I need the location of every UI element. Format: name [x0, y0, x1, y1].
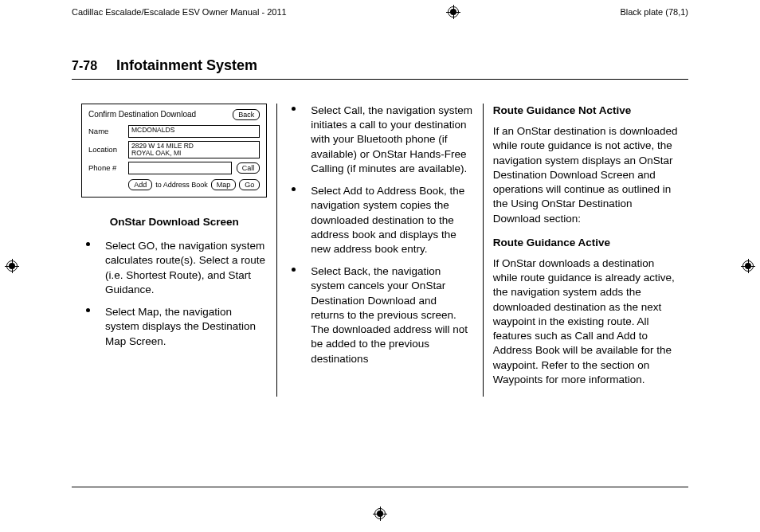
fig-loc-value: 2829 W 14 MILE RD ROYAL OAK, MI [128, 141, 260, 158]
column-3: Route Guidance Not Active If an OnStar d… [483, 104, 688, 397]
col1-bullet-1: Select GO, the navigation system calcula… [81, 239, 267, 297]
bullet-icon [86, 242, 90, 246]
page-number: 7-78 [72, 59, 97, 73]
col2-bullet-1: Select Call, the navigation system initi… [287, 104, 472, 176]
figure-map-button: Map [211, 179, 237, 190]
figure-caption: OnStar Download Screen [81, 215, 267, 229]
crop-mark-bottom [373, 507, 387, 521]
fig-name-value: MCDONALDS [128, 125, 260, 138]
figure-go-button: Go [239, 179, 260, 190]
col2-bullet-3: Select Back, the navigation system cance… [287, 264, 472, 366]
section-title: Infotainment System [116, 57, 257, 74]
fig-name-label: Name [88, 127, 123, 137]
col2-bullet-2: Select Add to Address Book, the navigati… [287, 184, 472, 256]
col2-bullet-2-text: Select Add to Address Book, the navigati… [311, 185, 464, 255]
figure-add-button: Add [128, 179, 152, 190]
footer-rule [72, 487, 688, 487]
col1-bullet-2: Select Map, the navigation system displa… [81, 305, 267, 349]
plate-label: Black plate (78,1) [620, 7, 688, 17]
header-crop-mark [287, 5, 621, 19]
figure-to-ab-text: to Address Book [155, 180, 208, 190]
col1-bullet-2-text: Select Map, the navigation system displa… [105, 306, 256, 346]
onstar-screen-figure: Confirm Destination Download Back Name M… [81, 104, 267, 198]
printer-header: Cadillac Escalade/Escalade ESV Owner Man… [0, 0, 760, 24]
col2-bullet-3-text: Select Back, the navigation system cance… [311, 265, 468, 364]
bullet-icon [292, 187, 296, 191]
crop-mark-left [5, 259, 19, 273]
fig-loc-label: Location [88, 145, 123, 155]
col2-bullets: Select Call, the navigation system initi… [287, 104, 472, 366]
col1-bullets: Select GO, the navigation system calcula… [81, 239, 267, 349]
figure-call-button: Call [237, 162, 261, 174]
fig-phone-label: Phone # [88, 163, 123, 174]
col2-bullet-1-text: Select Call, the navigation system initi… [311, 104, 472, 174]
bullet-icon [292, 268, 296, 272]
crop-mark-right [741, 259, 755, 273]
col3-para-2: If OnStar downloads a destination while … [493, 256, 679, 387]
figure-title: Confirm Destination Download [88, 109, 196, 120]
col3-heading-2: Route Guidance Active [493, 236, 679, 250]
bullet-icon [86, 308, 90, 312]
page-header: 7-78 Infotainment System [72, 57, 688, 80]
col1-bullet-1-text: Select GO, the navigation system calcula… [105, 240, 265, 295]
content-columns: Confirm Destination Download Back Name M… [72, 104, 688, 397]
bullet-icon [292, 107, 296, 111]
manual-title: Cadillac Escalade/Escalade ESV Owner Man… [72, 7, 287, 17]
col3-heading-1: Route Guidance Not Active [493, 104, 679, 118]
col3-para-1: If an OnStar destination is downloaded w… [493, 124, 679, 226]
column-1: Confirm Destination Download Back Name M… [72, 104, 276, 397]
column-2: Select Call, the navigation system initi… [276, 104, 482, 397]
fig-phone-value [128, 162, 232, 174]
figure-back-button: Back [233, 109, 260, 120]
